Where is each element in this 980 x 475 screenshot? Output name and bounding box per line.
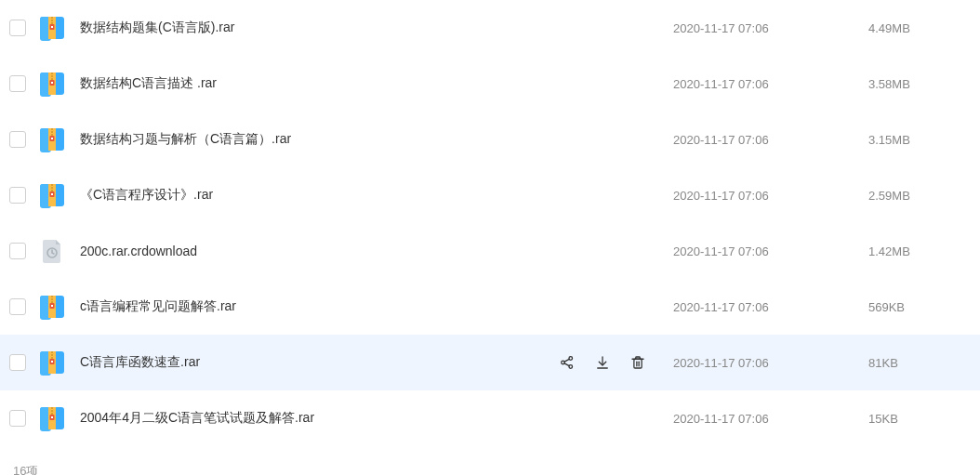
archive-icon (39, 71, 65, 97)
file-size: 4.49MB (868, 21, 971, 35)
file-date: 2020-11-17 07:06 (673, 356, 868, 370)
file-row[interactable]: 数据结构题集(C语言版).rar 2020-11-17 07:064.49MB (0, 0, 980, 56)
file-date: 2020-11-17 07:06 (673, 300, 868, 314)
file-date: 2020-11-17 07:06 (673, 21, 868, 35)
file-size: 81KB (868, 356, 971, 370)
file-date: 2020-11-17 07:06 (673, 77, 868, 91)
file-date: 2020-11-17 07:06 (673, 133, 868, 147)
archive-icon (39, 182, 65, 208)
row-checkbox[interactable] (9, 354, 26, 371)
archive-icon (39, 350, 65, 376)
svg-rect-4 (51, 26, 53, 28)
file-row[interactable]: 《C语言程序设计》.rar 2020-11-17 07:062.59MB (0, 167, 980, 223)
file-name[interactable]: 2004年4月二级C语言笔试试题及解答.rar (80, 410, 673, 427)
archive-icon (39, 15, 65, 41)
share-icon[interactable] (558, 353, 576, 372)
svg-line-106 (564, 359, 569, 362)
row-checkbox[interactable] (9, 131, 26, 148)
archive-icon (39, 294, 65, 320)
file-date: 2020-11-17 07:06 (673, 412, 868, 426)
file-list: 数据结构题集(C语言版).rar 2020-11-17 07:064.49MB … (0, 0, 980, 446)
row-checkbox[interactable] (9, 243, 26, 259)
file-size: 1.42MB (868, 244, 971, 258)
file-size: 569KB (868, 300, 971, 314)
file-row[interactable]: C语言库函数速查.rar 2020-11-17 07:0681KB (0, 335, 980, 390)
svg-rect-55 (51, 193, 53, 195)
file-row[interactable]: 2004年4月二级C语言笔试试题及解答.rar 2020-11-17 07:06… (0, 390, 980, 446)
row-actions (558, 353, 647, 372)
file-row[interactable]: c语言编程常见问题解答.rar 2020-11-17 07:06569KB (0, 279, 980, 335)
svg-rect-111 (634, 359, 642, 368)
file-name[interactable]: 数据结构C语言描述 .rar (80, 75, 673, 92)
file-name[interactable]: 《C语言程序设计》.rar (80, 187, 673, 204)
file-name[interactable]: 200c.rar.crdownload (80, 244, 673, 258)
row-checkbox[interactable] (9, 20, 26, 36)
file-date: 2020-11-17 07:06 (673, 189, 868, 203)
file-row[interactable]: 200c.rar.crdownload 2020-11-17 07:061.42… (0, 223, 980, 279)
svg-rect-84 (51, 305, 53, 307)
delete-icon[interactable] (629, 353, 647, 372)
archive-icon (39, 405, 65, 431)
row-checkbox[interactable] (9, 410, 26, 427)
row-checkbox[interactable] (9, 298, 26, 315)
file-size: 2.59MB (868, 189, 971, 203)
file-row[interactable]: 数据结构习题与解析（C语言篇）.rar 2020-11-17 07:063.15… (0, 112, 980, 167)
svg-rect-118 (51, 416, 53, 418)
file-size: 3.58MB (868, 77, 971, 91)
file-name[interactable]: 数据结构习题与解析（C语言篇）.rar (80, 131, 673, 148)
svg-rect-21 (51, 82, 53, 84)
file-size: 3.15MB (868, 133, 971, 147)
footer-count: 16项 (0, 446, 980, 475)
file-size: 15KB (868, 412, 971, 426)
row-checkbox[interactable] (9, 187, 26, 204)
download-icon[interactable] (593, 353, 612, 372)
file-date: 2020-11-17 07:06 (673, 244, 868, 258)
file-name[interactable]: 数据结构题集(C语言版).rar (80, 20, 673, 36)
file-generic-icon (39, 238, 65, 264)
file-row[interactable]: 数据结构C语言描述 .rar 2020-11-17 07:063.58MB (0, 56, 980, 112)
svg-rect-101 (51, 361, 53, 363)
svg-line-107 (564, 363, 569, 366)
file-name[interactable]: C语言库函数速查.rar (80, 354, 558, 371)
row-checkbox[interactable] (9, 75, 26, 92)
file-name[interactable]: c语言编程常见问题解答.rar (80, 298, 673, 315)
archive-icon (39, 126, 65, 152)
svg-rect-38 (51, 138, 53, 139)
